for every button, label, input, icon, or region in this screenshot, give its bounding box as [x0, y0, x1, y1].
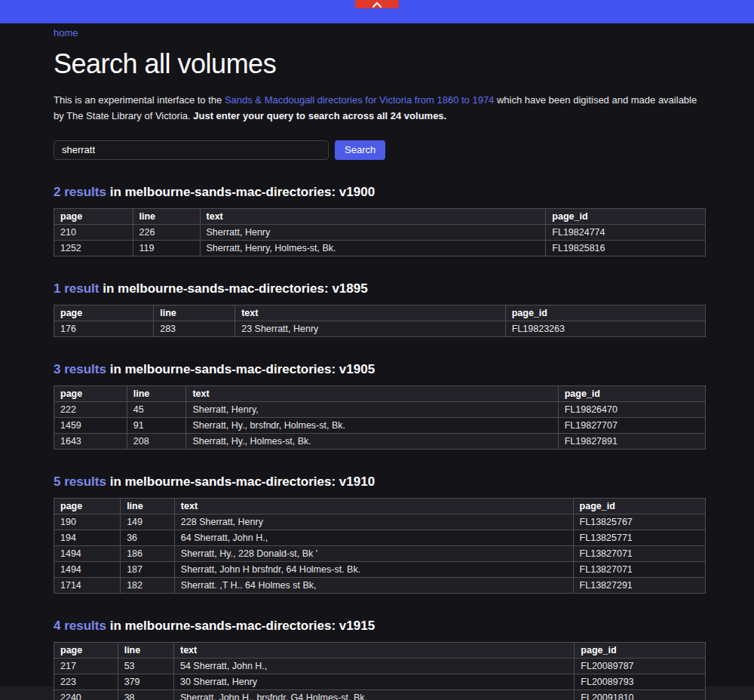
cell-text: Sherratt, John H brsfndr, 64 Holmes-st. …: [174, 561, 573, 577]
cell-text: Sherratt, Henry: [200, 224, 546, 240]
cell-line: 38: [118, 689, 173, 700]
cell-page: 1643: [54, 433, 127, 449]
column-header-line: line: [127, 385, 186, 401]
table-row: 222 45 Sherratt, Henry, FL19826470: [54, 401, 706, 417]
column-header-page-id: page_id: [558, 385, 705, 401]
results-heading-v1910: 5 results in melbourne-sands-mac-directo…: [54, 474, 706, 490]
cell-line: 187: [121, 561, 175, 577]
column-header-page-id: page_id: [505, 305, 705, 321]
table-row: 1714 182 Sherratt. ,T H.. 64 Holmes st B…: [54, 577, 706, 593]
cell-page: 190: [54, 514, 121, 530]
table-header-row: page line text page_id: [54, 305, 706, 321]
cell-page: 223: [54, 674, 118, 689]
table-row: 1459 91 Sherratt, Hy., brsfndr, Holmes-s…: [54, 417, 706, 433]
table-row: 217 53 54 Sherratt, John H., FL20089787: [54, 658, 706, 674]
cell-page-id: FL20091810: [575, 689, 706, 700]
column-header-page: page: [54, 385, 127, 401]
column-header-line: line: [118, 642, 173, 658]
results-table-v1905: page line text page_id 222 45 Sherratt, …: [54, 385, 706, 450]
column-header-line: line: [154, 305, 235, 321]
cell-text: Sherratt, Hy., brsfndr, Holmes-st, Bk.: [186, 417, 558, 433]
cell-page-id: FL20089793: [575, 674, 706, 689]
cell-line: 91: [127, 417, 186, 433]
home-link[interactable]: home: [54, 27, 78, 38]
results-heading-v1915: 4 results in melbourne-sands-mac-directo…: [54, 619, 706, 634]
cell-text: 54 Sherratt, John H.,: [173, 658, 574, 674]
cell-page-id: FL13827071: [573, 545, 705, 561]
table-header-row: page line text page_id: [54, 385, 706, 401]
cell-page: 1252: [54, 240, 133, 256]
scroll-to-top-button[interactable]: [355, 0, 399, 8]
cell-text: 228 Sherratt, Henry: [174, 514, 573, 530]
intro-bold: Just enter your query to search across a…: [193, 110, 446, 121]
cell-line: 149: [121, 514, 175, 530]
column-header-page-id: page_id: [575, 642, 706, 658]
cell-text: Sherratt, John H.. brsfndr, G4 Holmes-st…: [173, 689, 574, 700]
cell-page-id: FL19825816: [546, 240, 706, 256]
column-header-text: text: [173, 642, 574, 658]
results-heading-v1900: 2 results in melbourne-sands-mac-directo…: [54, 185, 706, 200]
column-header-text: text: [235, 305, 506, 321]
table-row: 1494 186 Sherratt, Hy., 228 Donald-st, B…: [54, 545, 706, 561]
cell-text: Sherratt. ,T H.. 64 Holmes st Bk,: [174, 577, 573, 593]
cell-text: Sherratt, Hy., Holmes-st, Bk.: [186, 433, 558, 449]
table-header-row: page line text page_id: [54, 208, 706, 224]
search-button[interactable]: Search: [335, 140, 385, 160]
cell-page-id: FL13827071: [573, 561, 705, 577]
table-row: 210 226 Sherratt, Henry FL19824774: [54, 224, 706, 240]
cell-line: 283: [154, 321, 235, 336]
column-header-page-id: page_id: [573, 498, 705, 514]
cell-page-id: FL20089787: [575, 658, 706, 674]
cell-text: 64 Sherratt, John H.,: [174, 530, 573, 545]
results-count-link[interactable]: 5 results: [54, 474, 106, 489]
cell-page: 217: [54, 658, 118, 674]
results-heading-rest: in melbourne-sands-mac-directories: v191…: [106, 619, 375, 633]
cell-text: Sherratt, Hy., 228 Donald-st, Bk ': [174, 545, 573, 561]
table-row: 190 149 228 Sherratt, Henry FL13825767: [54, 514, 706, 530]
results-count-link[interactable]: 1 result: [54, 281, 99, 296]
results-heading-rest: in melbourne-sands-mac-directories: v191…: [106, 474, 375, 489]
column-header-text: text: [186, 385, 558, 401]
cell-line: 186: [121, 545, 175, 561]
cell-page-id: FL13827291: [573, 577, 705, 593]
cell-line: 36: [121, 530, 175, 545]
cell-line: 119: [133, 240, 200, 256]
directories-link[interactable]: Sands & Macdougall directories for Victo…: [225, 94, 494, 106]
results-count-link[interactable]: 2 results: [54, 185, 106, 199]
column-header-page: page: [54, 305, 154, 321]
table-row: 1494 187 Sherratt, John H brsfndr, 64 Ho…: [54, 561, 706, 577]
cell-text: 30 Sherratt, Henry: [173, 674, 574, 689]
cell-line: 182: [121, 577, 175, 593]
cell-line: 208: [127, 433, 186, 449]
cell-page: 222: [54, 401, 127, 417]
cell-page: 2240: [54, 689, 118, 700]
cell-line: 53: [118, 658, 173, 674]
column-header-text: text: [174, 498, 573, 514]
cell-page: 176: [54, 321, 154, 336]
column-header-line: line: [121, 498, 175, 514]
results-table-v1915: page line text page_id 217 53 54 Sherrat…: [54, 642, 706, 700]
table-row: 223 379 30 Sherratt, Henry FL20089793: [54, 674, 706, 689]
results-heading-v1905: 3 results in melbourne-sands-mac-directo…: [54, 362, 706, 377]
results-count-link[interactable]: 3 results: [54, 362, 106, 376]
column-header-text: text: [200, 208, 546, 224]
cell-page-id: FL19826470: [558, 401, 705, 417]
intro-pre-link: This is an experimental interface to the: [54, 94, 225, 106]
cell-page: 1494: [54, 545, 121, 561]
results-table-v1900: page line text page_id 210 226 Sherratt,…: [54, 208, 706, 256]
results-heading-v1895: 1 result in melbourne-sands-mac-director…: [54, 281, 706, 296]
column-header-page: page: [54, 498, 121, 514]
table-row: 194 36 64 Sherratt, John H., FL13825771: [54, 530, 706, 545]
column-header-page: page: [54, 208, 133, 224]
results-count-link[interactable]: 4 results: [54, 619, 106, 633]
results-table-v1895: page line text page_id 176 283 23 Sherra…: [54, 305, 706, 337]
cell-page-id: FL19827707: [558, 417, 705, 433]
column-header-page-id: page_id: [546, 208, 706, 224]
cell-page: 1459: [54, 417, 127, 433]
cell-page: 210: [54, 224, 133, 240]
search-input[interactable]: [54, 140, 329, 160]
table-row: 1643 208 Sherratt, Hy., Holmes-st, Bk. F…: [54, 433, 706, 449]
cell-page: 194: [54, 530, 121, 545]
results-heading-rest: in melbourne-sands-mac-directories: v190…: [106, 362, 375, 376]
breadcrumb: home: [54, 23, 706, 38]
